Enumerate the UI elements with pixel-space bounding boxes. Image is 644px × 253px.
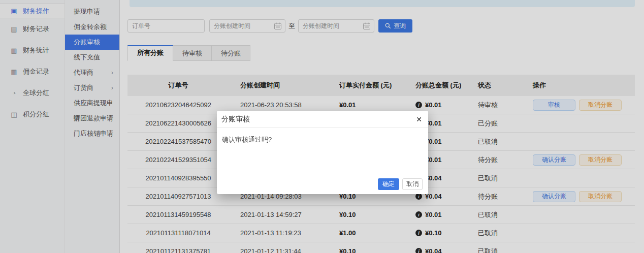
modal-header: 分账审核 ✕ (217, 111, 428, 128)
close-icon[interactable]: ✕ (416, 116, 422, 123)
cancel-button[interactable]: 取消 (402, 178, 423, 190)
modal-footer: 确定 取消 (217, 174, 428, 194)
split-review-modal: 分账审核 ✕ 确认审核通过吗? 确定 取消 (217, 111, 428, 194)
confirm-button[interactable]: 确定 (378, 178, 399, 190)
modal-body-text: 确认审核通过吗? (217, 128, 428, 174)
modal-title: 分账审核 (221, 115, 250, 124)
